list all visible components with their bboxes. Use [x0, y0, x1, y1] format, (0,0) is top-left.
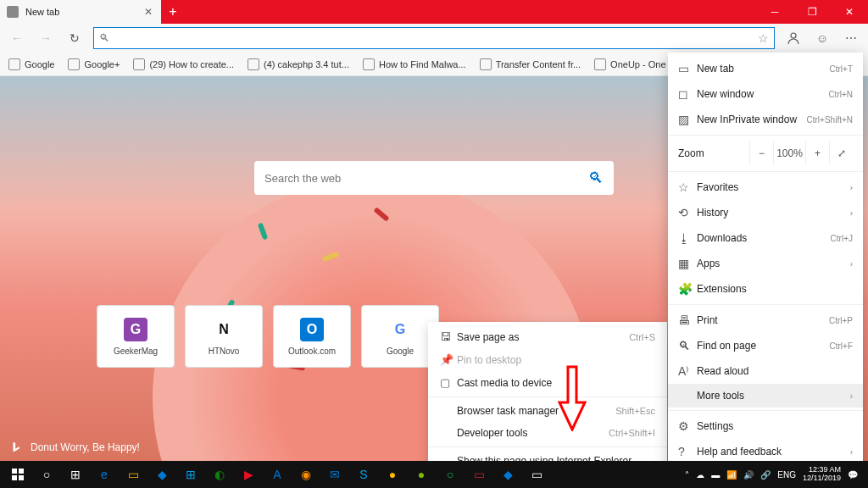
menu-item-inprivate[interactable]: ▨New InPrivate windowCtrl+Shift+N: [668, 107, 863, 132]
bookmark-item[interactable]: (29) How to create...: [128, 57, 239, 72]
print-icon: 🖶: [678, 313, 697, 327]
zoom-in-button[interactable]: +: [805, 141, 829, 165]
menu-item-find[interactable]: 🔍︎Find on pageCtrl+F: [668, 333, 863, 358]
task-view-button[interactable]: ⊞: [61, 461, 90, 488]
taskbar-app[interactable]: ▭: [119, 461, 147, 488]
svg-rect-3: [12, 475, 17, 480]
page-icon: [363, 58, 375, 70]
bing-icon: [10, 441, 22, 453]
favorite-icon[interactable]: ☆: [758, 31, 769, 45]
page-icon: [594, 58, 606, 70]
top-site-tile[interactable]: GGeekerMag: [97, 305, 175, 368]
tile-label: HTNovo: [209, 347, 240, 356]
menu-separator: [668, 304, 863, 305]
menu-item-read-aloud[interactable]: A⁾Read aloud: [668, 358, 863, 384]
url-input[interactable]: [114, 32, 753, 44]
menu-item-save-page[interactable]: 🖫Save page asCtrl+S: [428, 325, 667, 348]
taskbar-app[interactable]: ○: [436, 461, 465, 488]
browser-tab[interactable]: New tab ✕: [0, 0, 161, 24]
bookmark-item[interactable]: Google: [3, 57, 59, 72]
menu-item-downloads[interactable]: ⭳DownloadsCtrl+J: [668, 225, 863, 251]
window-icon: ◻: [678, 87, 697, 101]
menu-item-apps[interactable]: ▦Apps›: [668, 251, 863, 276]
taskbar-app[interactable]: ▶: [234, 461, 263, 488]
tray-link-icon[interactable]: 🔗: [760, 470, 771, 480]
tray-volume-icon[interactable]: 🔊: [743, 470, 754, 480]
tray-cloud-icon[interactable]: ☁: [696, 470, 704, 480]
tray-chevron-icon[interactable]: ˄: [685, 470, 689, 480]
menu-item-dev-tools[interactable]: Developer toolsCtrl+Shift+I: [428, 422, 667, 444]
menu-label: New InPrivate window: [697, 114, 807, 125]
taskbar-app[interactable]: ◆: [147, 461, 176, 488]
background-caption: Donut Worry, Be Happy!: [31, 441, 140, 453]
taskbar-app[interactable]: ●: [407, 461, 436, 488]
menu-shortcut: Ctrl+J: [831, 234, 853, 243]
menu-item-cast[interactable]: ▢Cast media to device: [428, 371, 667, 394]
address-bar[interactable]: 🔍︎ ☆: [93, 27, 775, 49]
taskbar-app[interactable]: A: [263, 461, 292, 488]
inprivate-icon: ▨: [678, 113, 697, 126]
menu-item-settings[interactable]: ⚙Settings: [668, 413, 863, 439]
taskbar-app[interactable]: ◆: [493, 461, 522, 488]
new-tab-button[interactable]: +: [161, 0, 185, 24]
menu-item-history[interactable]: ⟲History›: [668, 200, 863, 225]
search-button[interactable]: ○: [32, 461, 61, 488]
bookmark-item[interactable]: How to Find Malwa...: [358, 57, 471, 72]
bookmark-label: (4) cakephp 3.4 tut...: [264, 59, 349, 69]
window-close-button[interactable]: ✕: [831, 0, 868, 24]
refresh-button[interactable]: ↻: [61, 25, 88, 51]
top-site-tile[interactable]: OOutlook.com: [273, 305, 351, 368]
menu-item-print[interactable]: 🖶PrintCtrl+P: [668, 308, 863, 333]
search-icon[interactable]: 🔍︎: [588, 169, 604, 187]
system-tray[interactable]: ˄ ☁ ▬ 📶 🔊 🔗 ENG 12:39 AM12/11/2019 💬: [678, 466, 865, 483]
bookmark-item[interactable]: Transfer Content fr...: [475, 57, 586, 72]
maximize-button[interactable]: ❐: [793, 0, 831, 24]
web-search-input[interactable]: [264, 172, 588, 185]
tray-notifications-icon[interactable]: 💬: [848, 470, 858, 480]
menu-item-new-tab[interactable]: ▭New tabCtrl+T: [668, 56, 863, 81]
menu-label: History: [697, 207, 850, 219]
bookmark-item[interactable]: Google+: [63, 57, 125, 72]
feedback-button[interactable]: ☺: [809, 25, 836, 51]
svg-rect-1: [12, 469, 17, 474]
page-icon: [248, 58, 259, 70]
taskbar: ○ ⊞ e ▭ ◆ ⊞ ◐ ▶ A ◉ ✉ S ● ● ○ ▭ ◆ ▭ ˄ ☁ …: [0, 461, 868, 488]
bookmark-item[interactable]: (4) cakephp 3.4 tut...: [242, 57, 354, 72]
profile-button[interactable]: [780, 25, 807, 51]
web-search-box[interactable]: 🔍︎: [254, 161, 614, 195]
taskbar-app[interactable]: ◉: [292, 461, 320, 488]
menu-item-more-tools[interactable]: More tools›: [668, 384, 863, 408]
menu-item-favorites[interactable]: ☆Favorites›: [668, 175, 863, 200]
tray-wifi-icon[interactable]: 📶: [726, 470, 737, 480]
tab-close-icon[interactable]: ✕: [144, 6, 154, 18]
page-icon: [8, 58, 20, 70]
top-sites: GGeekerMag NHTNovo OOutlook.com GGoogle: [97, 305, 439, 368]
zoom-out-button[interactable]: −: [749, 141, 773, 165]
taskbar-app[interactable]: ⊞: [176, 461, 205, 488]
apps-icon: ▦: [678, 257, 697, 270]
taskbar-app[interactable]: ✉: [320, 461, 349, 488]
tray-clock[interactable]: 12:39 AM12/11/2019: [803, 466, 841, 483]
fullscreen-button[interactable]: ⤢: [829, 141, 853, 165]
taskbar-app[interactable]: ◐: [205, 461, 234, 488]
taskbar-app[interactable]: S: [349, 461, 378, 488]
start-button[interactable]: [3, 461, 32, 488]
tray-battery-icon[interactable]: ▬: [711, 470, 720, 480]
tray-language[interactable]: ENG: [777, 470, 796, 480]
taskbar-app[interactable]: ●: [378, 461, 407, 488]
menu-shortcut: Shift+Esc: [615, 406, 655, 416]
top-site-tile[interactable]: NHTNovo: [185, 305, 263, 368]
taskbar-app[interactable]: e: [90, 461, 119, 488]
menu-button[interactable]: ⋯: [837, 25, 865, 51]
menu-item-extensions[interactable]: 🧩Extensions: [668, 276, 863, 302]
bookmark-label: Google+: [84, 59, 120, 69]
taskbar-app[interactable]: ▭: [522, 461, 551, 488]
svg-rect-4: [19, 475, 24, 480]
chevron-right-icon: ›: [850, 183, 853, 192]
menu-shortcut: Ctrl+N: [828, 90, 853, 99]
taskbar-app[interactable]: ▭: [465, 461, 493, 488]
menu-label: Downloads: [697, 232, 831, 244]
minimize-button[interactable]: ─: [756, 0, 793, 24]
menu-item-new-window[interactable]: ◻New windowCtrl+N: [668, 81, 863, 107]
menu-item-task-manager[interactable]: Browser task managerShift+Esc: [428, 400, 667, 422]
